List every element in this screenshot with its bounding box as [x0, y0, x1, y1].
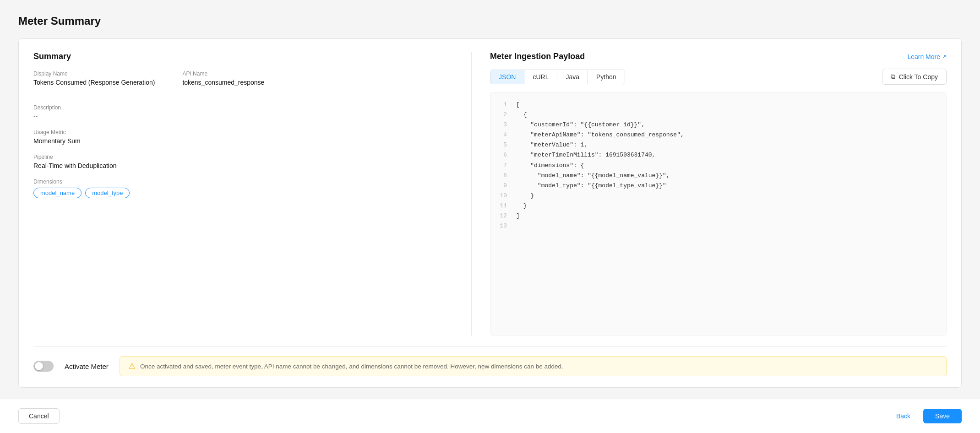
dimension-tag: model_name	[33, 188, 82, 198]
line-content: "dimensions": {	[516, 161, 584, 171]
line-content: "model_name": "{{model_name_value}}",	[516, 171, 670, 181]
payload-header: Meter Ingestion Payload Learn More ↗	[490, 52, 947, 61]
summary-title: Summary	[33, 52, 453, 61]
activate-row: Activate Meter ⚠ Once activated and save…	[33, 356, 947, 376]
copy-button[interactable]: ⧉ Click To Copy	[882, 69, 947, 85]
line-content: ]	[516, 211, 520, 221]
line-number: 3	[500, 120, 507, 130]
line-content: "meterApiName": "tokens_consumed_respons…	[516, 130, 684, 140]
code-line: 4 "meterApiName": "tokens_consumed_respo…	[500, 130, 937, 140]
api-name-value: tokens_consumed_response	[182, 79, 264, 86]
pipeline-field: Pipeline Real-Time with Deduplication	[33, 154, 453, 169]
line-content: }	[516, 191, 534, 201]
line-number: 5	[500, 140, 507, 150]
line-number: 11	[500, 201, 507, 211]
line-number: 4	[500, 130, 507, 140]
api-name-label: API Name	[182, 70, 264, 77]
code-line: 6 "meterTimeInMillis": 1691503631740,	[500, 150, 937, 160]
payload-section: Meter Ingestion Payload Learn More ↗ JSO…	[472, 52, 947, 336]
code-block: 1[2 {3 "customerId": "{{customer_id}}",4…	[490, 92, 947, 336]
tabs-copy-row: JSONcURLJavaPython ⧉ Click To Copy	[490, 69, 947, 85]
display-name-label: Display Name	[33, 70, 155, 77]
learn-more-link[interactable]: Learn More ↗	[907, 53, 947, 60]
line-number: 9	[500, 181, 507, 191]
save-button[interactable]: Save	[923, 409, 962, 423]
format-tabs: JSONcURLJavaPython	[490, 70, 625, 84]
payload-title: Meter Ingestion Payload	[490, 52, 585, 61]
warning-box: ⚠ Once activated and saved, meter event …	[120, 356, 947, 376]
pipeline-value: Real-Time with Deduplication	[33, 162, 453, 169]
dimensions-label: Dimensions	[33, 179, 453, 185]
name-fields-row: Display Name Tokens Consumed (Response G…	[33, 70, 453, 95]
line-number: 6	[500, 150, 507, 160]
activate-label: Activate Meter	[65, 363, 109, 370]
line-content: }	[516, 201, 527, 211]
line-number: 13	[500, 221, 507, 231]
code-line: 7 "dimensions": {	[500, 161, 937, 171]
line-content: {	[516, 110, 527, 120]
tab-java[interactable]: Java	[557, 70, 588, 84]
copy-icon: ⧉	[891, 73, 895, 81]
line-content: "model_type": "{{model_type_value}}"	[516, 181, 666, 191]
usage-metric-value: Momentary Sum	[33, 137, 453, 145]
line-number: 8	[500, 171, 507, 181]
api-name-field: API Name tokens_consumed_response	[182, 70, 264, 86]
description-label: Description	[33, 104, 453, 111]
warning-icon: ⚠	[128, 361, 136, 371]
dimensions-field: Dimensions model_namemodel_type	[33, 179, 453, 198]
toggle-thumb	[35, 362, 43, 370]
usage-metric-field: Usage Metric Momentary Sum	[33, 129, 453, 145]
footer-right: Back Save	[889, 409, 962, 423]
warning-text: Once activated and saved, meter event ty…	[140, 363, 563, 370]
learn-more-label: Learn More	[907, 53, 940, 60]
dimensions-list: model_namemodel_type	[33, 188, 453, 198]
code-line: 1[	[500, 100, 937, 110]
dimension-tag: model_type	[85, 188, 130, 198]
code-line: 13	[500, 221, 937, 231]
pipeline-label: Pipeline	[33, 154, 453, 160]
code-line: 9 "model_type": "{{model_type_value}}"	[500, 181, 937, 191]
activate-toggle[interactable]	[33, 361, 54, 372]
footer: Cancel Back Save	[0, 399, 980, 433]
summary-section: Summary Display Name Tokens Consumed (Re…	[33, 52, 472, 336]
card-divider	[33, 346, 947, 347]
line-number: 1	[500, 100, 507, 110]
line-content: "customerId": "{{customer_id}}",	[516, 120, 645, 130]
tab-json[interactable]: JSON	[490, 70, 524, 84]
line-content: [	[516, 100, 520, 110]
line-content: "meterTimeInMillis": 1691503631740,	[516, 150, 655, 160]
description-field: Description --	[33, 104, 453, 120]
code-line: 2 {	[500, 110, 937, 120]
main-card: Summary Display Name Tokens Consumed (Re…	[18, 38, 962, 388]
display-name-value: Tokens Consumed (Response Generation)	[33, 79, 155, 86]
code-line: 12]	[500, 211, 937, 221]
code-line: 5 "meterValue": 1,	[500, 140, 937, 150]
code-line: 3 "customerId": "{{customer_id}}",	[500, 120, 937, 130]
usage-metric-label: Usage Metric	[33, 129, 453, 135]
code-line: 8 "model_name": "{{model_name_value}}",	[500, 171, 937, 181]
code-line: 11 }	[500, 201, 937, 211]
code-line: 10 }	[500, 191, 937, 201]
description-value: --	[33, 113, 453, 120]
tab-curl[interactable]: cURL	[524, 70, 557, 84]
tab-python[interactable]: Python	[588, 70, 625, 84]
line-number: 2	[500, 110, 507, 120]
back-button[interactable]: Back	[889, 409, 918, 423]
line-content: "meterValue": 1,	[516, 140, 588, 150]
line-number: 10	[500, 191, 507, 201]
copy-button-label: Click To Copy	[899, 73, 938, 81]
display-name-field: Display Name Tokens Consumed (Response G…	[33, 70, 155, 86]
line-number: 12	[500, 211, 507, 221]
line-number: 7	[500, 161, 507, 171]
external-link-icon: ↗	[942, 54, 947, 60]
page-title: Meter Summary	[18, 15, 962, 27]
cancel-button[interactable]: Cancel	[18, 408, 60, 424]
